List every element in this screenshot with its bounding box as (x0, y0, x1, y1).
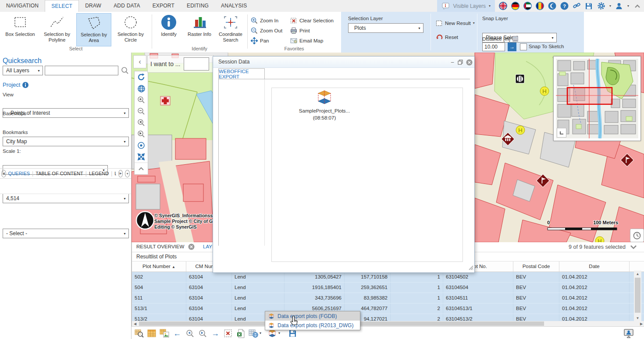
menu-tab-editing[interactable]: EDITING (181, 0, 215, 11)
table-globe-icon[interactable] (249, 328, 258, 338)
col-header-date[interactable]: Date (559, 261, 630, 272)
vertical-scrollbar[interactable]: ▲ ▼ (634, 271, 641, 321)
identify-button[interactable]: Identify (154, 13, 183, 46)
close-icon[interactable] (466, 59, 473, 66)
table-row[interactable]: 51163104Lend343,73569683,985382163104511… (132, 293, 644, 304)
overview-map[interactable] (553, 56, 641, 141)
snap-to-sketch-checkbox[interactable] (520, 43, 527, 50)
scale-dropdown[interactable]: 4,514 ▼ (3, 194, 129, 203)
zoom-out-tool-button[interactable] (135, 106, 148, 117)
settings-caret-icon[interactable]: ▾ (609, 4, 611, 8)
data-export-caret-icon[interactable]: ▾ (278, 331, 280, 335)
zoom-next-icon[interactable] (198, 328, 207, 338)
menu-item-export-dwg[interactable]: Data export plots (R2013_DWG) (265, 321, 360, 330)
quicksearch-layer-dropdown[interactable]: All Layers ▼ (3, 66, 43, 75)
scroll-down-button[interactable]: ▼ (634, 315, 641, 321)
pan-button[interactable]: Pan (251, 36, 269, 45)
tab-result-overview[interactable]: RESULT OVERVIEW (136, 244, 184, 249)
next-extent-button[interactable] (135, 128, 148, 140)
coordinate-search-button[interactable]: CoordinateSearch (215, 13, 246, 46)
language-flag-uae-icon[interactable] (523, 2, 532, 10)
overview-collapse-button[interactable] (557, 128, 566, 138)
previous-extent-button[interactable] (135, 117, 148, 128)
restaurant-marker[interactable] (516, 74, 524, 83)
clear-result-icon[interactable] (223, 328, 233, 338)
full-screen-button[interactable] (135, 151, 148, 162)
tabs-more-icon[interactable]: ▼ (125, 170, 130, 177)
menu-tab-add-data[interactable]: ADD DATA (107, 0, 146, 11)
table-row[interactable]: 50463104Lend1916,185401259,3626511631045… (132, 282, 644, 293)
col-header-plot-number[interactable]: Plot Number ▲ (132, 261, 186, 272)
hospital-marker[interactable] (160, 96, 170, 105)
dialog-titlebar[interactable]: Session Data – (213, 56, 474, 68)
export-item[interactable]: SampleProject_Plots... (08:58:07) (289, 89, 359, 120)
result-table-icon[interactable] (147, 328, 157, 338)
table-image-icon[interactable] (160, 328, 169, 338)
search-icon[interactable] (121, 67, 129, 76)
previous-record-icon[interactable]: ← (172, 328, 182, 338)
reset-button[interactable]: Reset (436, 33, 458, 42)
visible-layers-dropdown[interactable]: Visible Layers ▾ (437, 0, 495, 12)
selection-by-circle-button[interactable]: Selection byCircle (113, 13, 148, 46)
horizontal-scrollbar[interactable]: ◀ ▶ (132, 321, 644, 326)
save-icon[interactable] (585, 2, 593, 10)
col-header-postal-code[interactable]: Postal Code (513, 261, 559, 272)
table-row[interactable]: 50263104Lend1305,05427157,71015816310450… (132, 272, 644, 282)
tab-weboffice-export[interactable]: WEBOFFICE EXPORT (218, 68, 265, 79)
zoom-to-result-icon[interactable] (134, 328, 144, 338)
tabs-scroll-right-icon[interactable]: ▶ (118, 170, 123, 177)
zoom-previous-icon[interactable] (185, 328, 195, 338)
language-flag-german-icon[interactable] (511, 2, 519, 10)
language-crescent-icon[interactable] (548, 2, 556, 10)
restore-window-icon[interactable] (457, 59, 464, 66)
i-want-to-select[interactable] (184, 57, 209, 71)
box-selection-button[interactable]: Box Selection (3, 13, 38, 46)
language-flag-romania-icon[interactable] (536, 2, 544, 10)
tabs-scroll-left-icon[interactable]: ◀ (1, 170, 6, 177)
menu-tab-analysis[interactable]: ANALYSIS (215, 0, 253, 11)
scroll-up-button[interactable]: ▲ (634, 271, 641, 277)
selection-by-polyline-button[interactable]: Selection byPolyline (39, 13, 75, 46)
menu-item-export-fgdb[interactable]: Data export plots (FGDB) (265, 311, 360, 321)
next-record-icon[interactable]: → (210, 328, 220, 338)
help-icon[interactable]: ? (560, 2, 569, 10)
table-globe-caret-icon[interactable]: ▾ (260, 331, 261, 335)
minimize-icon[interactable]: – (449, 59, 456, 66)
language-flag-uk-icon[interactable] (499, 2, 507, 10)
menu-tab-draw[interactable]: DRAW (79, 0, 107, 11)
collapse-toolbar-button[interactable] (135, 162, 148, 174)
bus-stop-marker[interactable]: H (516, 126, 525, 134)
full-extent-globe-button[interactable] (135, 83, 148, 94)
email-map-button[interactable]: Email Map (290, 36, 323, 45)
new-result-caret-icon[interactable]: ▾ (473, 21, 475, 25)
scroll-left-button[interactable]: ◀ (132, 321, 138, 326)
link-icon[interactable] (573, 2, 581, 10)
collapse-results-icon[interactable] (630, 244, 637, 251)
tab-legend[interactable]: LEGEND (89, 171, 109, 176)
basemaps-dropdown[interactable]: City Map ▼ (3, 137, 129, 146)
continuous-zoom-button[interactable] (135, 140, 148, 151)
excel-export-icon[interactable] (236, 328, 246, 338)
scrollbar-thumb[interactable] (635, 278, 640, 313)
clear-selection-button[interactable]: Clear Selection (290, 16, 334, 25)
user-icon[interactable] (615, 2, 623, 10)
quicksearch-input[interactable] (45, 66, 118, 75)
menu-tab-navigation[interactable]: NAVIGATION (0, 0, 45, 11)
refresh-map-button[interactable] (135, 71, 148, 83)
dialog-resize-grip[interactable] (468, 265, 473, 272)
project-info-icon[interactable] (22, 82, 28, 88)
calculator-icon[interactable] (512, 36, 518, 42)
query-select-dropdown[interactable]: - Select - ▼ (3, 229, 129, 238)
menu-tab-export[interactable]: EXPORT (146, 0, 181, 11)
tab-queries[interactable]: QUERIES (8, 171, 30, 176)
zoom-out-button[interactable]: Zoom Out (251, 26, 282, 35)
tab-clipped[interactable]: L (114, 171, 116, 176)
new-result-button[interactable]: New Result ▾ (436, 19, 475, 28)
extent-rectangle[interactable] (567, 88, 612, 104)
history-clock-button[interactable] (630, 229, 644, 242)
collapse-sidebar-button[interactable]: ‹ (133, 55, 146, 68)
user-caret-icon[interactable]: ▾ (627, 4, 629, 8)
bus-stop-marker[interactable]: H (595, 237, 604, 242)
i-want-to-panel[interactable]: I want to ... (147, 55, 214, 73)
settings-gear-icon[interactable] (597, 2, 605, 10)
